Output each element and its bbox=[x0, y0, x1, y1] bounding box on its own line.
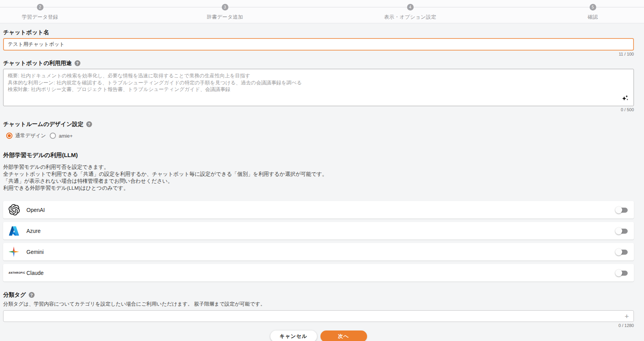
usage-counter: 0 / 500 bbox=[3, 107, 634, 112]
usage-label: チャットボットの利用用途 bbox=[3, 59, 72, 67]
usage-help-icon[interactable]: ? bbox=[75, 60, 80, 66]
footer-actions: キャンセル 次へ bbox=[3, 331, 634, 341]
design-section: チャットルームのデザイン設定 ? 通常デザイン amie+ bbox=[3, 121, 634, 139]
gemini-logo-icon bbox=[9, 247, 22, 257]
azure-toggle[interactable] bbox=[615, 227, 628, 234]
step-2-label: 学習データ登録 bbox=[0, 14, 83, 21]
step-4-label: 表示・オプション設定 bbox=[367, 14, 453, 21]
ai-generate-sparkles-icon[interactable] bbox=[621, 94, 629, 102]
usage-section: チャットボットの利用用途 ? 概要: 社内ドキュメントの検索を効率化し、必要な情… bbox=[3, 59, 634, 112]
wizard-stepper: 2 学習データ登録 3 辞書データ追加 4 表示・オプション設定 5 確認 bbox=[0, 0, 644, 23]
design-radio-group: 通常デザイン amie+ bbox=[6, 132, 634, 139]
radio-amie-plus-label: amie+ bbox=[59, 133, 73, 139]
openai-toggle[interactable] bbox=[615, 206, 628, 213]
gemini-toggle-thumb bbox=[615, 248, 622, 255]
step-4-display-options[interactable]: 4 表示・オプション設定 bbox=[367, 4, 453, 21]
radio-normal-design[interactable]: 通常デザイン bbox=[6, 132, 46, 139]
provider-name-openai: OpenAI bbox=[26, 207, 45, 213]
llm-section-title: 外部学習モデルの利用(LLM) bbox=[3, 152, 634, 159]
radio-normal-design-label: 通常デザイン bbox=[15, 132, 46, 139]
anthropic-wordmark: ANTHROPIC bbox=[9, 271, 25, 274]
chatbot-name-label: チャットボット名 bbox=[3, 29, 634, 36]
usage-label-row: チャットボットの利用用途 ? bbox=[3, 59, 634, 67]
provider-row-openai: OpenAI bbox=[3, 201, 634, 219]
form-content: チャットボット名 11 / 100 チャットボットの利用用途 ? 概要: 社内ド… bbox=[0, 23, 644, 341]
tag-input[interactable] bbox=[3, 311, 634, 322]
claude-toggle[interactable] bbox=[615, 269, 628, 276]
usage-textarea[interactable]: 概要: 社内ドキュメントの検索を効率化し、必要な情報を迅速に取得することで業務の… bbox=[3, 69, 634, 106]
claude-toggle-thumb bbox=[615, 269, 622, 276]
tag-input-container: + bbox=[3, 310, 634, 322]
provider-row-claude: ANTHROPIC Claude bbox=[3, 264, 634, 282]
design-help-icon[interactable]: ? bbox=[86, 121, 92, 127]
azure-toggle-thumb bbox=[615, 227, 622, 234]
usage-placeholder-line1: 概要: 社内ドキュメントの検索を効率化し、必要な情報を迅速に取得することで業務の… bbox=[8, 73, 616, 79]
step-3-circle: 3 bbox=[222, 4, 228, 10]
step-5-confirm[interactable]: 5 確認 bbox=[550, 4, 635, 21]
anthropic-logo-icon: ANTHROPIC bbox=[9, 271, 22, 274]
llm-desc-line3: 「共通」が表示されない場合は特権管理者までお問い合わせください。 bbox=[3, 178, 634, 185]
design-label-row: チャットルームのデザイン設定 ? bbox=[3, 121, 634, 128]
provider-name-azure: Azure bbox=[26, 228, 41, 234]
step-2-learning-data[interactable]: 2 学習データ登録 bbox=[0, 4, 83, 21]
llm-provider-list: OpenAI bbox=[3, 201, 634, 282]
radio-amie-plus-dot[interactable] bbox=[50, 133, 56, 139]
stepper-connector-line bbox=[0, 7, 644, 7]
provider-row-gemini: Gemini bbox=[3, 243, 634, 261]
step-4-circle: 4 bbox=[407, 4, 414, 10]
llm-desc-line4: 利用できる外部学習モデル(LLM)はひとつのみです。 bbox=[3, 185, 634, 192]
next-button[interactable]: 次へ bbox=[320, 331, 367, 341]
llm-desc-line2: 全チャットボットで利用できる「共通」の設定を利用するか、チャットボット毎に設定が… bbox=[3, 171, 634, 178]
chatbot-name-input[interactable] bbox=[3, 38, 634, 51]
design-label: チャットルームのデザイン設定 bbox=[3, 121, 84, 128]
radio-amie-plus[interactable]: amie+ bbox=[50, 133, 73, 139]
usage-placeholder: 概要: 社内ドキュメントの検索を効率化し、必要な情報を迅速に取得することで業務の… bbox=[8, 73, 616, 93]
step-5-label: 確認 bbox=[550, 14, 635, 21]
tags-label: 分類タグ bbox=[3, 291, 26, 299]
tags-help-icon[interactable]: ? bbox=[29, 292, 35, 298]
step-3-label: 辞書データ追加 bbox=[182, 14, 268, 21]
tags-section: 分類タグ ? 分類タグは、学習内容についてカテゴリを設定したい場合にご利用いただ… bbox=[3, 291, 634, 328]
chatbot-name-counter: 11 / 100 bbox=[3, 52, 634, 56]
provider-name-gemini: Gemini bbox=[26, 249, 44, 255]
step-5-circle: 5 bbox=[590, 4, 596, 10]
provider-row-azure: Azure bbox=[3, 222, 634, 240]
openai-logo-icon bbox=[9, 204, 22, 215]
step-3-dictionary-data[interactable]: 3 辞書データ追加 bbox=[182, 4, 268, 21]
cancel-button[interactable]: キャンセル bbox=[270, 331, 317, 341]
openai-toggle-thumb bbox=[615, 206, 622, 213]
provider-name-claude: Claude bbox=[26, 270, 44, 276]
step-2-circle: 2 bbox=[37, 4, 44, 10]
llm-desc-line1: 外部学習モデルの利用可否を設定できます。 bbox=[3, 164, 634, 171]
usage-placeholder-line3: 検索対象: 社内ポリシー文書、プロジェクト報告書、トラブルシューティングガイド、… bbox=[8, 86, 616, 93]
tags-description: 分類タグは、学習内容についてカテゴリを設定したい場合にご利用いただけます。 親子… bbox=[3, 301, 634, 308]
llm-section-description: 外部学習モデルの利用可否を設定できます。 全チャットボットで利用できる「共通」の… bbox=[3, 164, 634, 192]
tags-counter: 0 / 1280 bbox=[3, 323, 634, 328]
tags-label-row: 分類タグ ? bbox=[3, 291, 634, 299]
usage-placeholder-line2: 具体的な利用シーン: 社内規定を確認する、トラブルシューティングガイドの特定の手… bbox=[8, 80, 616, 86]
azure-logo-icon bbox=[9, 226, 22, 236]
add-tag-plus-icon[interactable]: + bbox=[625, 311, 629, 322]
radio-normal-design-dot[interactable] bbox=[6, 133, 12, 139]
gemini-toggle[interactable] bbox=[615, 248, 628, 255]
